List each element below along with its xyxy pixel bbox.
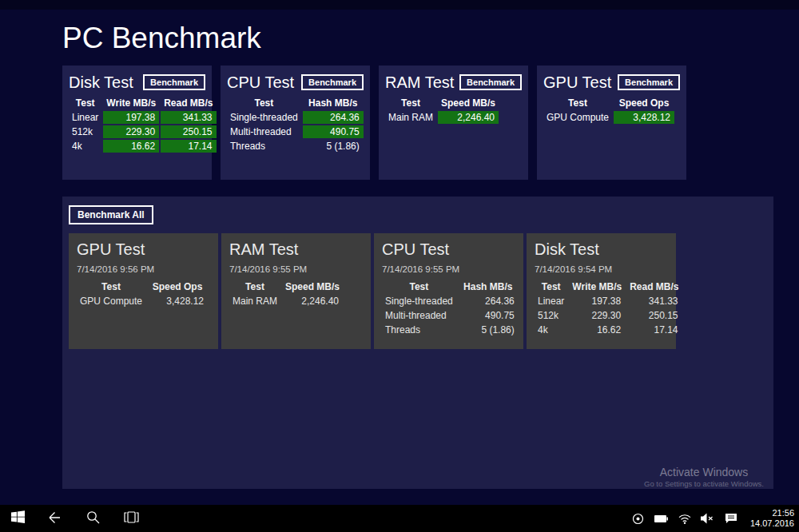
benchmark-all-button[interactable]: Benchmark All: [69, 205, 153, 224]
results-table: TestWrite MB/sRead MB/sLinear197.38341.3…: [67, 95, 218, 154]
value-cell: 250.15: [161, 125, 216, 138]
taskbar: 21:56 14.07.2016: [0, 505, 799, 532]
column-header: Write MB/s: [569, 280, 625, 293]
history-card-title: GPU Test: [77, 240, 210, 259]
card-header: CPU TestBenchmark: [227, 72, 364, 93]
wifi-icon[interactable]: [678, 511, 692, 526]
history-card-ram-test: RAM Test7/14/2016 9:55 PMTestSpeed MB/sM…: [221, 233, 371, 349]
column-header: Test: [227, 97, 301, 109]
value-cell: 3,428.12: [614, 111, 674, 124]
taskbar-clock[interactable]: 21:56 14.07.2016: [750, 508, 794, 529]
results-table: TestSpeed MB/sMain RAM2,246.40: [384, 95, 500, 125]
table-row: 4k16.6217.14: [535, 324, 682, 336]
table-row: GPU Compute3,428.12: [77, 295, 208, 308]
header-row: TestSpeed MB/s: [385, 97, 499, 109]
benchmark-button[interactable]: Benchmark: [459, 74, 522, 90]
value-cell: 490.75: [458, 309, 519, 322]
back-arrow-icon: [47, 510, 62, 527]
value-cell: 490.75: [303, 125, 364, 138]
history-cards-row: GPU Test7/14/2016 9:56 PMTestSpeed OpsGP…: [69, 233, 676, 349]
value-cell: 3,428.12: [147, 295, 208, 308]
header-row: TestHash MB/s: [227, 97, 364, 109]
results-table: TestSpeed MB/sMain RAM2,246.40: [228, 279, 344, 309]
column-header: Write MB/s: [103, 97, 159, 109]
table-row: GPU Compute3,428.12: [543, 111, 674, 124]
row-label: 4k: [535, 324, 567, 336]
column-header: Speed Ops: [614, 97, 674, 109]
table-row: 4k16.6217.14: [69, 140, 217, 153]
record-circle-icon[interactable]: [631, 511, 646, 526]
column-header: Test: [229, 280, 280, 293]
table-row: Single-threaded264.36: [227, 111, 364, 124]
history-card-date: 7/14/2016 9:55 PM: [229, 264, 363, 274]
column-header: Read MB/s: [161, 97, 216, 109]
table-row: Main RAM2,246.40: [385, 111, 499, 124]
value-cell: 5 (1.86): [303, 140, 364, 153]
test-card-cpu-test: CPU TestBenchmarkTestHash MB/sSingle-thr…: [221, 66, 370, 180]
column-header: Hash MB/s: [303, 97, 364, 109]
table-row: Main RAM2,246.40: [229, 295, 343, 308]
action-center-icon[interactable]: [724, 511, 738, 526]
header-row: TestSpeed Ops: [77, 280, 208, 293]
start-button[interactable]: [0, 505, 35, 532]
benchmark-button[interactable]: Benchmark: [618, 74, 680, 90]
value-cell: 264.36: [303, 111, 364, 124]
history-card-date: 7/14/2016 9:54 PM: [535, 264, 668, 274]
card-header: Disk TestBenchmark: [69, 72, 205, 93]
task-view-button[interactable]: [112, 505, 150, 532]
value-cell: 264.36: [458, 295, 519, 308]
table-row: Linear197.38341.33: [535, 295, 682, 308]
value-cell: 17.14: [161, 140, 216, 153]
history-card-title: Disk Test: [535, 240, 668, 259]
benchmark-button[interactable]: Benchmark: [143, 74, 205, 90]
row-label: Single-threaded: [227, 111, 301, 124]
card-header: RAM TestBenchmark: [385, 72, 522, 93]
value-cell: 341.33: [161, 111, 216, 124]
value-cell: 2,246.40: [438, 111, 499, 124]
value-cell: 250.15: [626, 309, 682, 322]
volume-muted-icon[interactable]: [701, 511, 715, 526]
table-row: 512k229.30250.15: [69, 125, 217, 138]
row-label: Threads: [227, 140, 301, 153]
history-card-disk-test: Disk Test7/14/2016 9:54 PMTestWrite MB/s…: [527, 233, 676, 349]
benchmark-button[interactable]: Benchmark: [301, 74, 364, 90]
page-title: PC Benchmark: [62, 22, 261, 55]
back-button[interactable]: [35, 505, 74, 532]
history-card-title: CPU Test: [382, 240, 515, 259]
battery-icon[interactable]: [654, 511, 669, 526]
column-header: Speed Ops: [147, 280, 208, 293]
row-label: GPU Compute: [77, 295, 145, 308]
history-panel: Benchmark All GPU Test7/14/2016 9:56 PMT…: [62, 197, 773, 489]
column-header: Test: [69, 97, 101, 109]
search-button[interactable]: [74, 505, 112, 532]
row-label: Main RAM: [229, 295, 280, 308]
value-cell: 2,246.40: [282, 295, 343, 308]
test-card-disk-test: Disk TestBenchmarkTestWrite MB/sRead MB/…: [62, 66, 212, 180]
column-header: Read MB/s: [626, 280, 682, 293]
table-row: Linear197.38341.33: [69, 111, 217, 124]
clock-date: 14.07.2016: [750, 518, 794, 529]
value-cell: 16.62: [103, 140, 159, 153]
table-row: Single-threaded264.36: [382, 295, 519, 308]
card-title: CPU Test: [227, 73, 294, 92]
value-cell: 17.14: [626, 324, 682, 336]
task-view-icon: [124, 511, 139, 526]
column-header: Test: [77, 280, 145, 293]
test-cards-row: Disk TestBenchmarkTestWrite MB/sRead MB/…: [62, 66, 686, 180]
card-title: GPU Test: [543, 73, 611, 92]
column-header: Speed MB/s: [282, 280, 343, 293]
row-label: Linear: [535, 295, 567, 308]
value-cell: 5 (1.86): [458, 324, 519, 336]
row-label: Main RAM: [385, 111, 436, 124]
column-header: Test: [535, 280, 567, 293]
header-row: TestSpeed Ops: [543, 97, 674, 109]
table-row: Threads5 (1.86): [227, 140, 364, 153]
results-table: TestHash MB/sSingle-threaded264.36Multi-…: [380, 279, 520, 338]
header-row: TestWrite MB/sRead MB/s: [69, 97, 217, 109]
row-label: 4k: [69, 140, 101, 153]
clock-time: 21:56: [750, 508, 794, 518]
history-card-title: RAM Test: [229, 240, 363, 259]
table-row: 512k229.30250.15: [535, 309, 682, 322]
history-card-date: 7/14/2016 9:55 PM: [382, 264, 515, 274]
value-cell: 197.38: [103, 111, 159, 124]
